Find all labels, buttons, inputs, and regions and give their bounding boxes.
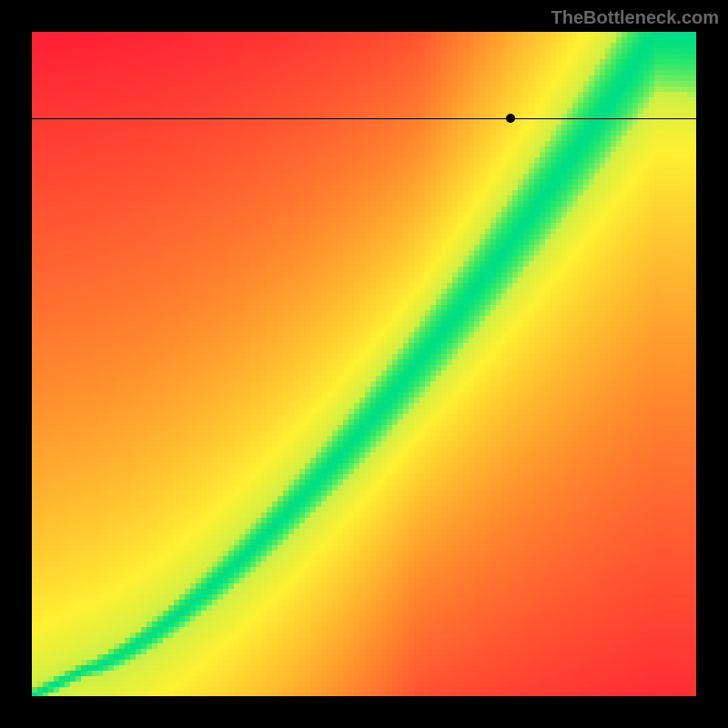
heatmap-canvas (32, 32, 696, 696)
marker-point (506, 114, 515, 123)
heatmap-chart (32, 32, 696, 696)
crosshair-horizontal (32, 118, 696, 119)
watermark-text: TheBottleneck.com (551, 7, 719, 28)
crosshair-vertical (511, 696, 511, 728)
